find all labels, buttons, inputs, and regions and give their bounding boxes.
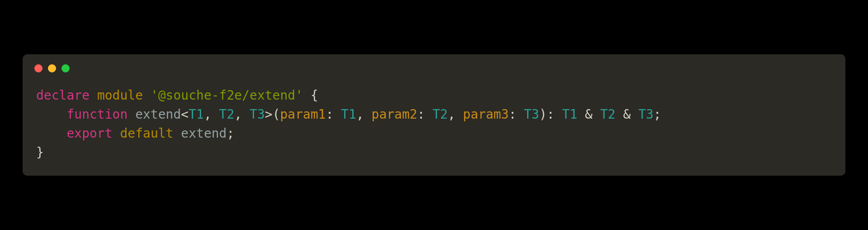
close-icon <box>34 64 42 72</box>
param1: param1 <box>280 107 326 122</box>
type-t3: T3 <box>250 107 265 122</box>
close-brace: } <box>36 145 44 160</box>
keyword-export: export <box>66 126 112 141</box>
code-window: declare module '@souche-f2e/extend' { fu… <box>23 54 845 176</box>
colon: : <box>509 107 524 122</box>
param-type-t3: T3 <box>524 107 539 122</box>
window-controls <box>23 54 845 77</box>
maximize-icon <box>61 64 70 72</box>
return-type-t2: T2 <box>600 107 616 122</box>
indent <box>36 107 66 122</box>
less-than: < <box>181 107 189 122</box>
param-type-t2: T2 <box>433 107 448 122</box>
comma: , <box>204 107 219 122</box>
code-content: declare module '@souche-f2e/extend' { fu… <box>23 77 845 176</box>
function-name: extend <box>135 107 181 122</box>
param3: param3 <box>463 107 509 122</box>
close-paren: ) <box>539 107 547 122</box>
param-type-t1: T1 <box>341 107 356 122</box>
export-name: extend <box>181 126 226 141</box>
return-type-t1: T1 <box>562 107 577 122</box>
param2: param2 <box>372 107 417 122</box>
greater-than: > <box>265 107 273 122</box>
return-type-t3: T3 <box>638 107 654 122</box>
colon-return: : <box>547 107 562 122</box>
ampersand: & <box>615 107 638 122</box>
comma: , <box>448 107 463 122</box>
type-t2: T2 <box>219 107 235 122</box>
colon: : <box>326 107 341 122</box>
open-paren: ( <box>273 107 280 122</box>
colon: : <box>417 107 433 122</box>
open-brace: { <box>303 88 318 103</box>
type-t1: T1 <box>189 107 204 122</box>
minimize-icon <box>48 64 56 72</box>
keyword-function: function <box>66 107 127 122</box>
comma: , <box>234 107 250 122</box>
keyword-declare: declare <box>36 88 90 103</box>
keyword-module: module <box>97 88 143 103</box>
comma: , <box>356 107 372 122</box>
semicolon: ; <box>226 126 234 141</box>
keyword-default: default <box>120 126 173 141</box>
ampersand: & <box>577 107 600 122</box>
semicolon: ; <box>654 107 661 122</box>
module-name: '@souche-f2e/extend' <box>151 88 303 103</box>
indent <box>36 126 66 141</box>
